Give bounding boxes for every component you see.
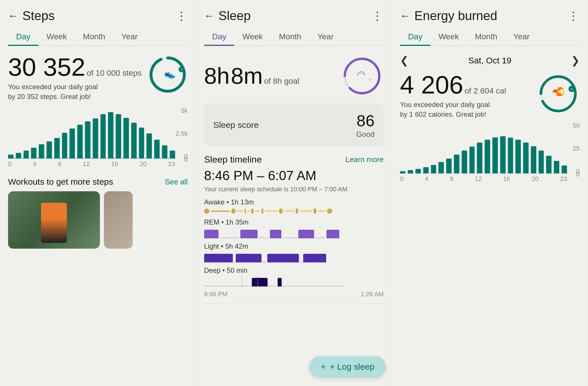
svg-text:✓: ✓ bbox=[569, 87, 574, 91]
bar bbox=[146, 133, 152, 159]
steps-tab-month[interactable]: Month bbox=[75, 28, 113, 45]
sleep-circle: ☽ ˅ bbox=[341, 54, 384, 98]
bar bbox=[24, 151, 29, 159]
workout-images bbox=[8, 191, 188, 249]
energy-more-button[interactable]: ⋮ bbox=[568, 9, 580, 22]
energy-date-nav: ❮ Sat, Oct 19 ❯ bbox=[400, 54, 580, 67]
workout-image-1[interactable] bbox=[8, 191, 100, 249]
energy-description: You exceeded your daily goal by 1 602 ca… bbox=[400, 100, 498, 119]
bar bbox=[16, 153, 21, 159]
energy-bars bbox=[400, 122, 567, 173]
bar bbox=[62, 133, 67, 159]
energy-back-arrow[interactable]: ← bbox=[400, 10, 410, 22]
steps-left: 30 352 of 10 000 steps You exceeded your… bbox=[8, 54, 142, 101]
energy-bar bbox=[454, 155, 459, 173]
bar bbox=[69, 128, 75, 159]
energy-bar bbox=[523, 143, 529, 173]
sleep-hours: 8h bbox=[204, 63, 230, 89]
bar bbox=[39, 144, 44, 159]
energy-header: ← Energy burned ⋮ bbox=[400, 9, 580, 23]
energy-prev-arrow[interactable]: ❮ bbox=[400, 54, 409, 67]
svg-text:👟: 👟 bbox=[164, 68, 176, 79]
timeline-separator bbox=[204, 304, 384, 304]
energy-bar bbox=[500, 136, 506, 173]
light-stage: Light • 5h 42m bbox=[204, 242, 384, 262]
energy-bar bbox=[400, 171, 405, 173]
energy-tab-month[interactable]: Month bbox=[467, 28, 505, 45]
see-all-button[interactable]: See all bbox=[165, 178, 188, 186]
energy-bar bbox=[415, 169, 421, 173]
deep-stage: Deep • 50 min bbox=[204, 266, 384, 286]
bar bbox=[162, 145, 167, 159]
steps-circle: 👟 ✓ bbox=[148, 54, 188, 95]
deep-bar bbox=[204, 276, 384, 286]
energy-y-label-top: 50 bbox=[573, 122, 580, 129]
bar bbox=[131, 123, 137, 159]
timeline-mid-time: 1:26 AM bbox=[361, 291, 384, 298]
sleep-goal-text: of 8h goal bbox=[264, 77, 299, 85]
sleep-tabs: Day Week Month Year bbox=[204, 28, 384, 46]
bar bbox=[54, 138, 60, 159]
sleep-tab-week[interactable]: Week bbox=[234, 28, 271, 45]
steps-more-button[interactable]: ⋮ bbox=[176, 9, 188, 22]
energy-tab-year[interactable]: Year bbox=[505, 28, 538, 45]
workout-image-2[interactable] bbox=[104, 191, 133, 249]
workouts-header: Workouts to get more steps See all bbox=[8, 177, 188, 187]
energy-bar bbox=[485, 140, 490, 173]
steps-y-label-top: 5k bbox=[181, 107, 187, 114]
steps-tabs: Day Week Month Year bbox=[8, 28, 188, 46]
sleep-score-label: Sleep score bbox=[213, 120, 259, 130]
energy-tab-day[interactable]: Day bbox=[400, 28, 430, 45]
steps-goal-line bbox=[8, 158, 175, 159]
energy-bar bbox=[515, 140, 521, 173]
sleep-timeline-title: Sleep timeline bbox=[204, 154, 262, 165]
sleep-title: Sleep bbox=[218, 9, 251, 23]
svg-text:☽: ☽ bbox=[355, 71, 367, 80]
energy-bar bbox=[554, 161, 559, 173]
steps-tab-day[interactable]: Day bbox=[8, 28, 38, 45]
energy-left: 4 206 of 2 604 cal You exceeded your dai… bbox=[400, 72, 506, 119]
energy-bar bbox=[492, 137, 498, 173]
sleep-minutes: 8m bbox=[231, 63, 263, 89]
energy-bar bbox=[508, 138, 513, 173]
bar bbox=[123, 118, 129, 159]
steps-tab-year[interactable]: Year bbox=[113, 28, 146, 45]
log-sleep-plus-icon: + bbox=[321, 362, 326, 372]
light-bar bbox=[204, 252, 384, 262]
bar bbox=[116, 114, 121, 159]
energy-panel: ← Energy burned ⋮ Day Week Month Year ❮ … bbox=[392, 0, 588, 386]
steps-panel: ← Steps ⋮ Day Week Month Year 30 352 of … bbox=[0, 0, 196, 386]
energy-tab-week[interactable]: Week bbox=[430, 28, 467, 45]
steps-count-row: 30 352 of 10 000 steps bbox=[8, 54, 142, 80]
learn-more-button[interactable]: Learn more bbox=[345, 155, 384, 164]
sleep-panel: ← Sleep ⋮ Day Week Month Year 8h 8m of 8… bbox=[196, 0, 392, 386]
sleep-title-row: ← Sleep bbox=[204, 9, 251, 23]
bar bbox=[100, 114, 106, 159]
sleep-timeline-header: Sleep timeline Learn more bbox=[204, 154, 384, 165]
steps-y-zero: 0 bbox=[184, 156, 187, 163]
steps-title-row: ← Steps bbox=[8, 9, 55, 23]
steps-header: ← Steps ⋮ bbox=[8, 9, 188, 23]
sleep-score-quality: Good bbox=[356, 130, 375, 139]
energy-main-info: 4 206 of 2 604 cal You exceeded your dai… bbox=[400, 72, 580, 119]
sleep-tab-year[interactable]: Year bbox=[309, 28, 342, 45]
energy-title-row: ← Energy burned bbox=[400, 9, 497, 23]
energy-next-arrow[interactable]: ❯ bbox=[571, 54, 580, 67]
rem-bar bbox=[204, 228, 384, 238]
steps-back-arrow[interactable]: ← bbox=[8, 10, 18, 22]
sleep-back-arrow[interactable]: ← bbox=[204, 10, 214, 22]
steps-goal: of 10 000 steps bbox=[87, 69, 142, 77]
log-sleep-button[interactable]: + + Log sleep bbox=[309, 356, 386, 377]
energy-bar bbox=[438, 162, 444, 173]
energy-bar bbox=[539, 151, 544, 173]
awake-stage: Awake • 1h 13m bbox=[204, 198, 384, 214]
rem-label: REM • 1h 35m bbox=[204, 218, 384, 226]
steps-tab-week[interactable]: Week bbox=[38, 28, 75, 45]
sleep-more-button[interactable]: ⋮ bbox=[372, 9, 384, 22]
awake-bar bbox=[204, 208, 384, 214]
sleep-tab-day[interactable]: Day bbox=[204, 28, 235, 45]
sleep-tab-month[interactable]: Month bbox=[271, 28, 310, 45]
steps-main-info: 30 352 of 10 000 steps You exceeded your… bbox=[8, 54, 188, 101]
deep-label: Deep • 50 min bbox=[204, 266, 384, 274]
sleep-schedule: Your current sleep schedule is 10:00 PM … bbox=[204, 186, 384, 193]
